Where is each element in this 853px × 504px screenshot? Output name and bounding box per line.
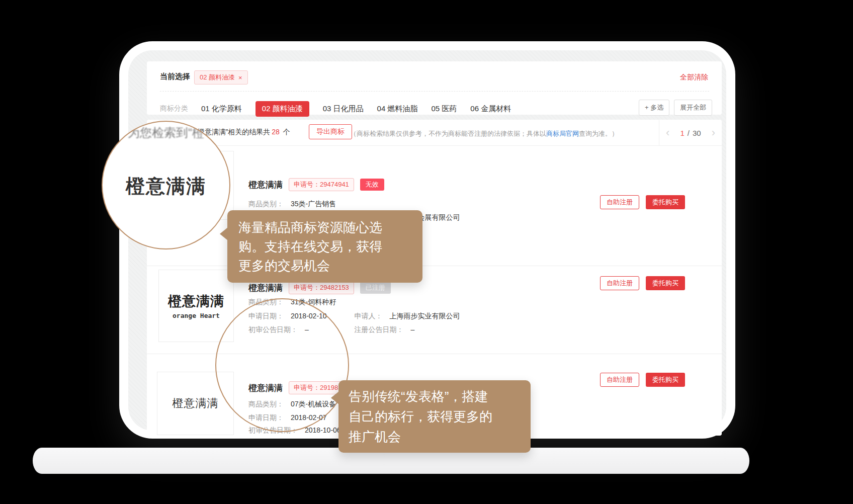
- category-value: 35类-广告销售: [291, 200, 336, 208]
- tooltip-line: 更多的交易机会: [238, 256, 411, 275]
- magnifier-lens-2: [215, 298, 349, 432]
- applicant-label: 申请人：: [354, 312, 382, 320]
- trademark-office-link[interactable]: 商标局官网: [546, 130, 579, 137]
- category-tab-03[interactable]: 03 日化用品: [323, 104, 364, 114]
- tag-close-icon[interactable]: ×: [238, 74, 242, 81]
- reg-publication-label: 注册公告日期：: [354, 325, 403, 333]
- results-count: 28: [272, 128, 280, 136]
- self-register-button[interactable]: 自助注册: [600, 276, 639, 290]
- trademark-logo-subtext: orange Heart: [173, 312, 220, 319]
- disclaimer-text: （商标检索结果仅供参考，不作为商标能否注册的法律依据；具体以商标局官网查询为准。…: [350, 129, 618, 138]
- summary-suffix: 个: [283, 128, 290, 136]
- magnifier-lens-1: 为您检索到“橙 橙意满满: [102, 121, 230, 249]
- status-badge-invalid: 无效: [360, 179, 384, 191]
- reg-publication-value: –: [410, 325, 414, 333]
- tooltip-line: 自己的标行，获得更多的: [349, 406, 521, 427]
- entrust-purchase-button[interactable]: 委托购买: [646, 373, 685, 387]
- entrust-purchase-button[interactable]: 委托购买: [646, 276, 685, 290]
- selected-filter-tag[interactable]: 02 颜料油漆 ×: [194, 70, 248, 85]
- tooltip-line: 推广机会: [349, 427, 521, 447]
- application-number-tag: 申请号：29474941: [289, 178, 354, 191]
- category-tab-04[interactable]: 04 燃料油脂: [377, 104, 418, 114]
- first-publication-value: 2018-10-06: [305, 426, 341, 434]
- current-selection-label: 当前选择: [160, 72, 190, 81]
- trademark-title-row: 橙意满满 申请号：29482153 已注册: [248, 281, 391, 294]
- self-register-button[interactable]: 自助注册: [600, 373, 639, 387]
- applicant-value: 上海雨步实业有限公司: [389, 312, 460, 320]
- page-background: 当前选择 02 颜料油漆 × 全部清除 商标分类 01 化学原料 02 颜料油漆…: [0, 0, 853, 504]
- trademark-logo-text: 橙意满满: [173, 396, 219, 411]
- dashed-divider: [160, 91, 709, 92]
- field-line: 商品类别：35类-广告销售: [248, 199, 336, 209]
- expand-all-button[interactable]: 展开全部: [674, 100, 712, 116]
- status-badge-registered: 已注册: [360, 282, 391, 294]
- trademark-title-row: 橙意满满 申请号：29474941 无效: [248, 178, 384, 191]
- self-register-button[interactable]: 自助注册: [600, 195, 639, 209]
- export-trademark-button[interactable]: 导出商标: [309, 124, 352, 139]
- page-separator: /: [688, 129, 690, 137]
- tooltip-promotion: 告别传统“发表格”，搭建 自己的标行，获得更多的 推广机会: [338, 380, 531, 453]
- tooltip-marketplace: 海量精品商标资源随心选 购。支持在线交易，获得 更多的交易机会: [227, 210, 422, 283]
- selected-filter-tag-text: 02 颜料油漆: [200, 73, 235, 82]
- prev-page-icon[interactable]: ‹: [666, 127, 669, 138]
- trademark-name: 橙意满满: [248, 179, 283, 191]
- tooltip-arrow-icon: [220, 227, 228, 240]
- category-tab-06[interactable]: 06 金属材料: [470, 104, 511, 114]
- tooltip-line: 海量精品商标资源随心选: [238, 218, 411, 237]
- pagination: ‹ 1 / 30 ›: [659, 120, 722, 145]
- tooltip-line: 告别传统“发表格”，搭建: [349, 386, 521, 406]
- total-pages: 30: [693, 129, 701, 137]
- disclaimer-suffix: 查询为准。）: [579, 130, 618, 137]
- category-tab-01[interactable]: 01 化学原料: [201, 104, 242, 114]
- multi-select-button[interactable]: + 多选: [639, 100, 669, 116]
- current-page: 1: [680, 129, 684, 137]
- tooltip-arrow-icon: [331, 391, 339, 404]
- category-tab-02-active[interactable]: 02 颜料油漆: [255, 101, 309, 117]
- category-label: 商品类别：: [248, 200, 284, 208]
- tooltip-line: 购。支持在线交易，获得: [238, 237, 411, 256]
- trademark-logo-row2: 橙意满满 orange Heart: [158, 270, 234, 342]
- disclaimer-prefix: （商标检索结果仅供参考，不作为商标能否注册的法律依据；具体以: [350, 130, 546, 137]
- entrust-purchase-button[interactable]: 委托购买: [646, 195, 685, 209]
- category-tabs: 01 化学原料 02 颜料油漆 03 日化用品 04 燃料油脂 05 医药 06…: [201, 100, 511, 117]
- trademark-name: 橙意满满: [248, 282, 283, 294]
- header-divider: [147, 145, 722, 146]
- lens-magnified-trademark: 橙意满满: [103, 174, 229, 199]
- clear-all-button[interactable]: 全部清除: [680, 73, 708, 82]
- trademark-category-label: 商标分类: [160, 104, 188, 113]
- application-number-tag: 申请号：29482153: [289, 281, 354, 294]
- trademark-logo-text: 橙意满满: [168, 292, 224, 310]
- category-tab-05[interactable]: 05 医药: [431, 104, 457, 114]
- next-page-icon[interactable]: ›: [712, 127, 715, 138]
